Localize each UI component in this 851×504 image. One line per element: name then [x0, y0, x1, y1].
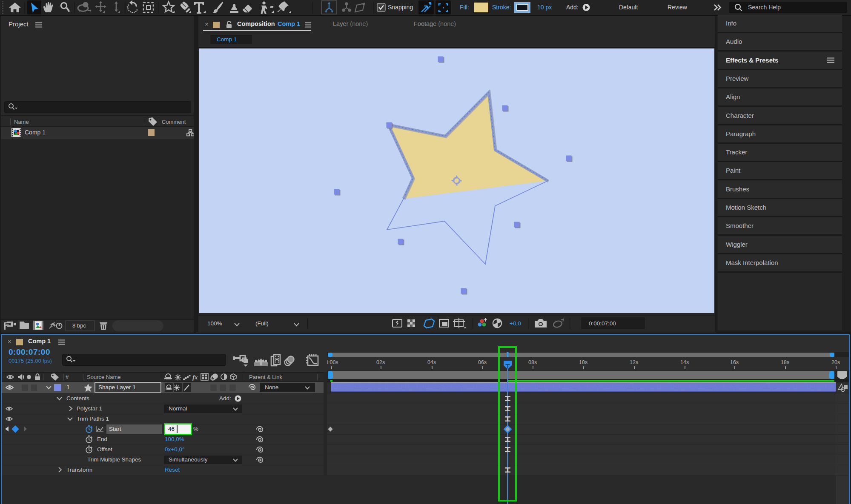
- svg-text:fx: fx: [192, 374, 198, 381]
